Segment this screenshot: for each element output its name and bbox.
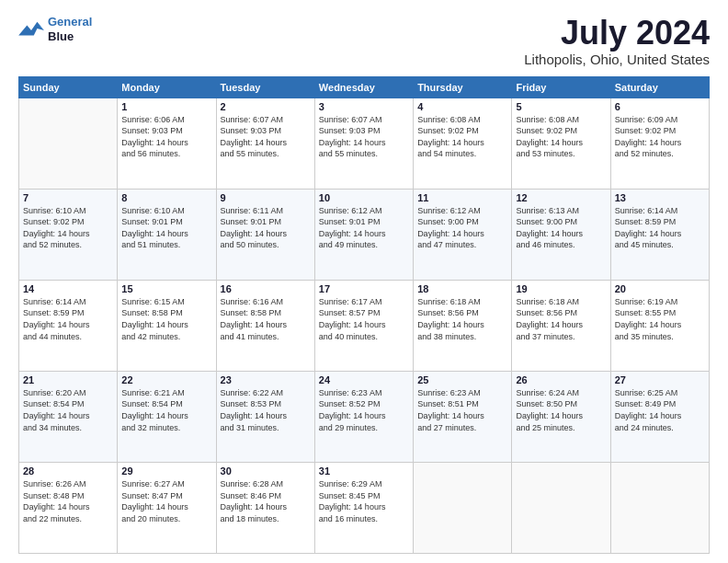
calendar-cell: 24Sunrise: 6:23 AMSunset: 8:52 PMDayligh… [314,371,413,462]
calendar-cell: 30Sunrise: 6:28 AMSunset: 8:46 PMDayligh… [216,462,314,553]
day-info: Sunrise: 6:24 AMSunset: 8:50 PMDaylight:… [516,387,606,433]
day-number: 9 [221,192,311,203]
day-info: Sunrise: 6:20 AMSunset: 8:54 PMDaylight:… [23,387,113,433]
calendar-cell: 28Sunrise: 6:26 AMSunset: 8:48 PMDayligh… [19,462,118,553]
page: General Blue July 2024 Lithopolis, Ohio,… [0,0,728,563]
day-header-sunday: Sunday [19,76,118,98]
day-info: Sunrise: 6:12 AMSunset: 9:00 PMDaylight:… [417,205,507,251]
day-info: Sunrise: 6:07 AMSunset: 9:03 PMDaylight:… [221,114,311,160]
logo-text: General Blue [48,15,92,43]
day-info: Sunrise: 6:19 AMSunset: 8:55 PMDaylight:… [615,296,705,342]
day-number: 14 [23,283,113,294]
day-number: 6 [615,101,705,112]
subtitle: Lithopolis, Ohio, United States [524,52,710,67]
day-info: Sunrise: 6:28 AMSunset: 8:46 PMDaylight:… [221,478,311,524]
day-info: Sunrise: 6:09 AMSunset: 9:02 PMDaylight:… [615,114,705,160]
calendar-cell: 19Sunrise: 6:18 AMSunset: 8:56 PMDayligh… [512,280,610,371]
calendar-cell: 10Sunrise: 6:12 AMSunset: 9:01 PMDayligh… [314,189,413,280]
calendar-cell: 23Sunrise: 6:22 AMSunset: 8:53 PMDayligh… [216,371,314,462]
logo: General Blue [18,15,92,43]
calendar-cell: 22Sunrise: 6:21 AMSunset: 8:54 PMDayligh… [118,371,216,462]
day-header-friday: Friday [512,76,610,98]
calendar-week-2: 7Sunrise: 6:10 AMSunset: 9:02 PMDaylight… [19,189,710,280]
day-header-thursday: Thursday [414,76,512,98]
calendar-cell: 5Sunrise: 6:08 AMSunset: 9:02 PMDaylight… [512,98,610,189]
calendar-cell: 21Sunrise: 6:20 AMSunset: 8:54 PMDayligh… [19,371,118,462]
title-section: July 2024 Lithopolis, Ohio, United State… [524,15,710,67]
calendar-cell: 4Sunrise: 6:08 AMSunset: 9:02 PMDaylight… [414,98,512,189]
calendar-cell: 25Sunrise: 6:23 AMSunset: 8:51 PMDayligh… [414,371,512,462]
day-info: Sunrise: 6:07 AMSunset: 9:03 PMDaylight:… [319,114,409,160]
calendar-cell [610,462,709,553]
day-number: 26 [516,374,606,385]
calendar-cell: 14Sunrise: 6:14 AMSunset: 8:59 PMDayligh… [19,280,118,371]
day-number: 31 [319,465,409,477]
calendar-cell: 2Sunrise: 6:07 AMSunset: 9:03 PMDaylight… [216,98,314,189]
calendar-cell: 7Sunrise: 6:10 AMSunset: 9:02 PMDaylight… [19,189,118,280]
calendar-table: SundayMondayTuesdayWednesdayThursdayFrid… [18,76,710,554]
calendar-cell: 31Sunrise: 6:29 AMSunset: 8:45 PMDayligh… [314,462,413,553]
calendar-cell: 8Sunrise: 6:10 AMSunset: 9:01 PMDaylight… [118,189,216,280]
calendar-cell: 29Sunrise: 6:27 AMSunset: 8:47 PMDayligh… [118,462,216,553]
day-number: 16 [221,283,311,294]
day-number: 7 [23,192,113,203]
day-number: 20 [615,283,705,294]
calendar-cell: 26Sunrise: 6:24 AMSunset: 8:50 PMDayligh… [512,371,610,462]
day-info: Sunrise: 6:18 AMSunset: 8:56 PMDaylight:… [417,296,507,342]
day-number: 10 [319,192,409,203]
day-header-tuesday: Tuesday [216,76,314,98]
calendar-cell: 20Sunrise: 6:19 AMSunset: 8:55 PMDayligh… [610,280,709,371]
day-info: Sunrise: 6:17 AMSunset: 8:57 PMDaylight:… [319,296,409,342]
day-number: 2 [221,101,311,112]
calendar-cell: 16Sunrise: 6:16 AMSunset: 8:58 PMDayligh… [216,280,314,371]
calendar-cell: 13Sunrise: 6:14 AMSunset: 8:59 PMDayligh… [610,189,709,280]
calendar-cell [19,98,118,189]
day-info: Sunrise: 6:10 AMSunset: 9:02 PMDaylight:… [23,205,113,251]
day-number: 23 [221,374,311,385]
day-number: 27 [615,374,705,385]
calendar-cell: 6Sunrise: 6:09 AMSunset: 9:02 PMDaylight… [610,98,709,189]
day-info: Sunrise: 6:14 AMSunset: 8:59 PMDaylight:… [23,296,113,342]
day-info: Sunrise: 6:08 AMSunset: 9:02 PMDaylight:… [417,114,507,160]
header: General Blue July 2024 Lithopolis, Ohio,… [18,15,710,67]
day-number: 11 [417,192,507,203]
day-info: Sunrise: 6:27 AMSunset: 8:47 PMDaylight:… [121,478,211,524]
day-number: 15 [121,283,211,294]
calendar-cell: 11Sunrise: 6:12 AMSunset: 9:00 PMDayligh… [414,189,512,280]
day-info: Sunrise: 6:29 AMSunset: 8:45 PMDaylight:… [319,478,409,524]
day-number: 3 [319,101,409,112]
calendar-cell: 18Sunrise: 6:18 AMSunset: 8:56 PMDayligh… [414,280,512,371]
day-number: 24 [319,374,409,385]
calendar-week-4: 21Sunrise: 6:20 AMSunset: 8:54 PMDayligh… [19,371,710,462]
day-info: Sunrise: 6:18 AMSunset: 8:56 PMDaylight:… [516,296,606,342]
day-info: Sunrise: 6:23 AMSunset: 8:51 PMDaylight:… [417,387,507,433]
calendar-week-5: 28Sunrise: 6:26 AMSunset: 8:48 PMDayligh… [19,462,710,553]
day-header-wednesday: Wednesday [314,76,413,98]
day-number: 17 [319,283,409,294]
calendar-cell: 1Sunrise: 6:06 AMSunset: 9:03 PMDaylight… [118,98,216,189]
day-info: Sunrise: 6:08 AMSunset: 9:02 PMDaylight:… [516,114,606,160]
day-number: 21 [23,374,113,385]
day-info: Sunrise: 6:11 AMSunset: 9:01 PMDaylight:… [221,205,311,251]
day-info: Sunrise: 6:10 AMSunset: 9:01 PMDaylight:… [121,205,211,251]
day-info: Sunrise: 6:23 AMSunset: 8:52 PMDaylight:… [319,387,409,433]
day-info: Sunrise: 6:12 AMSunset: 9:01 PMDaylight:… [319,205,409,251]
day-info: Sunrise: 6:21 AMSunset: 8:54 PMDaylight:… [121,387,211,433]
day-header-saturday: Saturday [610,76,709,98]
calendar-cell [512,462,610,553]
calendar-cell: 17Sunrise: 6:17 AMSunset: 8:57 PMDayligh… [314,280,413,371]
day-number: 5 [516,101,606,112]
calendar-cell: 15Sunrise: 6:15 AMSunset: 8:58 PMDayligh… [118,280,216,371]
main-title: July 2024 [524,15,710,52]
day-number: 1 [121,101,211,112]
day-number: 29 [121,465,211,477]
day-number: 30 [221,465,311,477]
calendar-cell: 9Sunrise: 6:11 AMSunset: 9:01 PMDaylight… [216,189,314,280]
day-header-monday: Monday [118,76,216,98]
calendar-week-1: 1Sunrise: 6:06 AMSunset: 9:03 PMDaylight… [19,98,710,189]
logo-icon [18,18,44,40]
calendar-week-3: 14Sunrise: 6:14 AMSunset: 8:59 PMDayligh… [19,280,710,371]
day-number: 8 [121,192,211,203]
calendar-cell: 27Sunrise: 6:25 AMSunset: 8:49 PMDayligh… [610,371,709,462]
day-info: Sunrise: 6:16 AMSunset: 8:58 PMDaylight:… [221,296,311,342]
